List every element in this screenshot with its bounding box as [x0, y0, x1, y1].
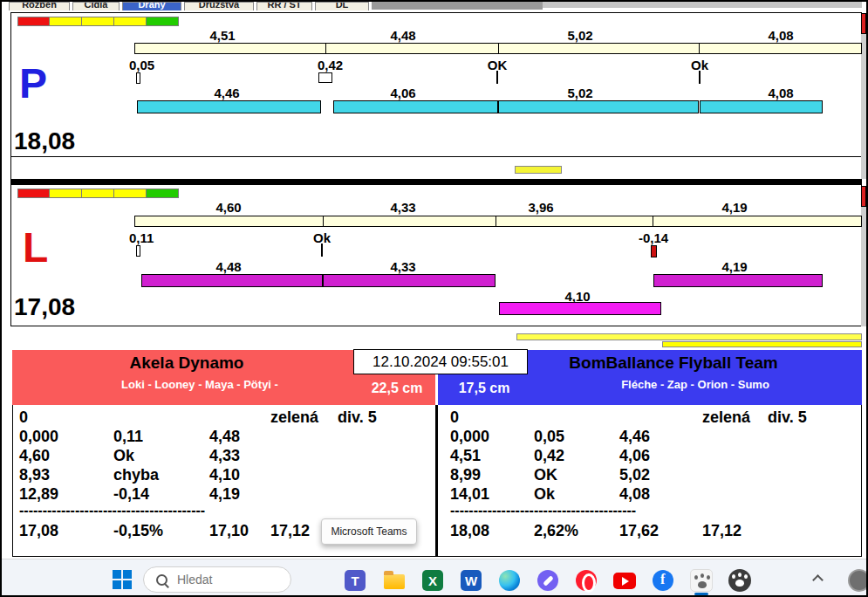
table-cell: Ok: [113, 447, 134, 465]
start-marker: [136, 245, 140, 257]
lane-l-gate-value: 0,11: [129, 230, 154, 245]
edge-icon[interactable]: [498, 569, 521, 592]
word-icon[interactable]: [460, 569, 482, 592]
windows-logo-icon: [123, 570, 132, 579]
tab-drahy[interactable]: Dráhy: [122, 2, 181, 10]
bar-divider: [699, 43, 700, 54]
start-marker: [136, 72, 140, 84]
table-cell: -0,14: [113, 485, 149, 504]
flyball-app-icon[interactable]: [690, 569, 713, 592]
total-cell: -0,15%: [113, 522, 163, 540]
gate-checkbox[interactable]: [318, 72, 332, 83]
start-button[interactable]: [113, 570, 132, 589]
divider-dashes: ----------------------------------------: [19, 503, 205, 518]
table-cell: 4,33: [209, 447, 240, 465]
bar-divider: [497, 100, 499, 113]
total-cell: 18,08: [450, 522, 489, 540]
legend-green: [147, 17, 179, 26]
lane-p-total: 18,08: [14, 127, 75, 155]
table-cell: 0: [19, 408, 28, 427]
windows-logo-icon: [113, 580, 121, 589]
lane-p-upper-time: 4,48: [375, 28, 431, 43]
excel-icon[interactable]: [421, 569, 444, 592]
lane-p-gate-value: 0,42: [318, 58, 343, 72]
legend-yellow: [50, 17, 82, 26]
status-light-label: zelená: [270, 408, 318, 427]
active-app-indicator: [694, 593, 708, 595]
table-cell: 12,89: [19, 485, 58, 504]
lane-l-schedule-bar: [134, 216, 862, 227]
lane-l-upper-time: 4,60: [201, 200, 256, 215]
division-label: div. 5: [768, 408, 807, 427]
tab-cidla[interactable]: Čidla: [72, 2, 120, 10]
lane-l-split-time: 4,48: [201, 259, 256, 274]
gate-tick: [321, 244, 323, 257]
lane-p-split-time: 4,06: [375, 86, 431, 100]
tray-icon[interactable]: [848, 569, 868, 592]
tab-rr-st[interactable]: RR / ST: [256, 2, 312, 10]
table-cell: 4,48: [209, 428, 240, 446]
lane-l-total: 17,08: [14, 293, 75, 321]
table-cell: 0,05: [534, 428, 564, 446]
tab-druzstva[interactable]: Družstva: [184, 2, 254, 10]
lane-p-split-time: 4,08: [753, 86, 809, 100]
teams-icon[interactable]: [344, 569, 366, 592]
total-cell: 17,62: [619, 522, 659, 540]
total-cell: 17,12: [270, 522, 310, 540]
lane-p-upper-time: 4,51: [195, 28, 250, 43]
table-cell: 0,11: [113, 428, 143, 446]
legend-red: [17, 17, 50, 26]
lane-p-upper-time: 5,02: [552, 28, 608, 43]
total-cell: 17,12: [702, 522, 742, 540]
viber-icon[interactable]: [537, 569, 559, 592]
tab-rozbeh[interactable]: Rozběh: [9, 2, 70, 10]
lane-p-upper-time: 4,08: [753, 28, 809, 43]
table-cell: 4,08: [619, 485, 650, 504]
progress-bar: [662, 341, 862, 347]
lane-p-right-strip: [861, 34, 866, 179]
bar-divider: [498, 43, 499, 54]
youtube-icon[interactable]: [613, 569, 636, 592]
lane-l-upper-time: 4,19: [707, 200, 762, 215]
lane-p-split-time: 5,02: [552, 86, 608, 100]
legend-yellow: [114, 189, 147, 198]
file-explorer-icon[interactable]: [383, 569, 406, 592]
bar-divider: [323, 216, 324, 227]
search-input[interactable]: [177, 568, 282, 591]
lane-l-letter: L: [23, 227, 48, 269]
lane-l-right-strip: [861, 186, 866, 207]
bar-divider: [325, 43, 326, 54]
table-cell: Ok: [534, 485, 555, 504]
bar-divider: [496, 216, 496, 227]
bar-divider: [322, 274, 324, 287]
paw-app-icon[interactable]: [728, 569, 751, 592]
left-team-dogs: Loki - Looney - Maya - Pötyi -: [12, 378, 387, 391]
lane-l-time-bar: [653, 274, 823, 287]
table-cell: 8,93: [19, 466, 50, 484]
legend-green: [147, 189, 179, 198]
table-cell: 0,000: [450, 428, 489, 446]
lane-p-progress-chip: [515, 166, 562, 174]
total-cell: 2,62%: [534, 522, 578, 540]
table-cell: 4,06: [619, 447, 650, 465]
lane-p-right-strip: [861, 13, 866, 34]
lane-p-time-bar: [333, 100, 699, 113]
taskbar-search[interactable]: [143, 566, 291, 593]
table-cell: 4,19: [209, 485, 240, 504]
windows-logo-icon: [113, 570, 121, 579]
division-label: div. 5: [338, 408, 377, 427]
fault-marker: [651, 245, 657, 257]
lane-l-rerun-bar: [499, 302, 661, 315]
tabbar-filler: [543, 2, 862, 8]
tab-dl[interactable]: DL: [315, 2, 369, 10]
search-icon: [156, 574, 168, 587]
lane-p-letter: P: [19, 63, 47, 105]
facebook-icon[interactable]: [652, 569, 674, 592]
lane-p-time-bar: [137, 100, 321, 113]
lane-p-time-bar: [700, 100, 823, 113]
app-window: Rozběh Čidla Dráhy Družstva RR / ST DL 4…: [0, 0, 868, 597]
opera-icon[interactable]: [575, 569, 598, 592]
table-divider: [435, 405, 438, 557]
panel-inner-line: [11, 156, 861, 157]
lane-l-split-time: 4,33: [375, 259, 431, 274]
